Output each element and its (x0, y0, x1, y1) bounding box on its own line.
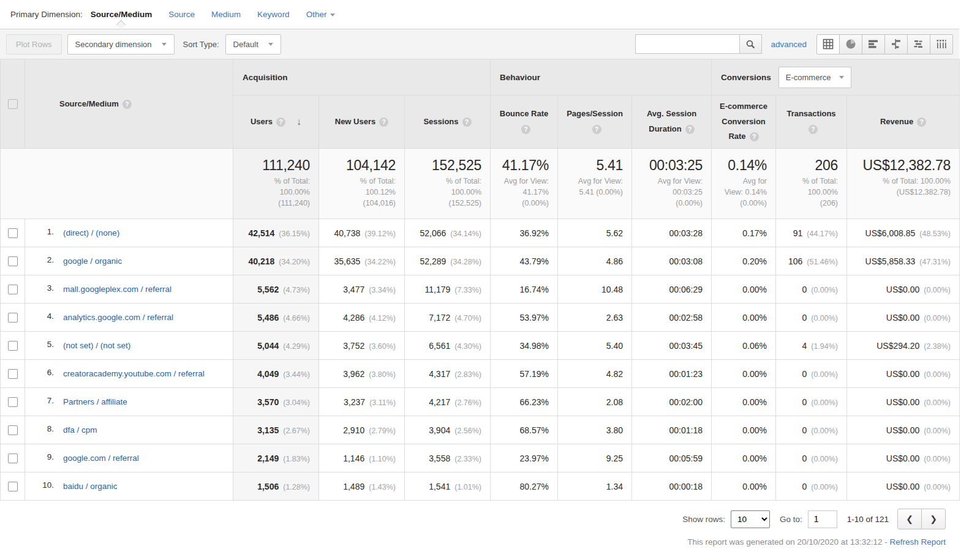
transactions-cell: 0(0.00%) (776, 472, 847, 501)
sessions-cell: 4,317(2.83%) (405, 360, 491, 388)
source-medium-cell: 7.Partners / affiliate (25, 388, 233, 416)
column-header-transactions[interactable]: Transactions? (776, 95, 847, 149)
row-checkbox[interactable] (8, 369, 18, 379)
performance-view-button[interactable] (862, 34, 885, 54)
chevron-down-icon (162, 43, 167, 46)
conversions-goal-dropdown[interactable]: E-commerce (778, 67, 852, 88)
next-page-button[interactable]: ❯ (921, 509, 946, 529)
source-medium-link[interactable]: creatoracademy.youtube.com / referral (63, 368, 205, 380)
help-icon[interactable]: ? (462, 118, 472, 127)
source-medium-link[interactable]: analytics.google.com / referral (63, 312, 173, 324)
pivot-view-button[interactable] (930, 34, 953, 54)
goto-page-input[interactable] (808, 510, 837, 528)
search-input[interactable] (635, 34, 739, 54)
secondary-dimension-dropdown[interactable]: Secondary dimension (67, 34, 175, 54)
previous-page-button[interactable]: ❮ (897, 509, 922, 529)
view-toggle-group (816, 34, 953, 54)
primary-dimension-other-dropdown[interactable]: Other (306, 10, 336, 19)
help-icon[interactable]: ? (685, 125, 695, 134)
primary-dimension-selected-tab[interactable]: Source/Medium (91, 10, 153, 19)
primary-dimension-selected-label: Source/Medium (91, 10, 153, 19)
row-checkbox[interactable] (8, 425, 18, 435)
help-icon[interactable]: ? (521, 125, 530, 134)
source-medium-link[interactable]: mall.googleplex.com / referral (63, 283, 172, 296)
help-icon[interactable]: ? (809, 125, 818, 134)
source-medium-cell: 10.baidu / organic (25, 472, 233, 501)
pages-session-cell: 5.62 (558, 219, 632, 247)
source-medium-link[interactable]: (direct) / (none) (63, 227, 119, 239)
avg-duration-cell: 00:00:18 (632, 472, 712, 501)
show-rows-select[interactable]: 10 (731, 510, 770, 528)
source-medium-link[interactable]: (not set) / (not set) (63, 340, 130, 352)
help-icon[interactable]: ? (123, 100, 132, 109)
column-header-revenue[interactable]: Revenue? (847, 95, 960, 149)
bounce-rate-cell: 34.98% (491, 332, 558, 360)
source-medium-cell: 5.(not set) / (not set) (25, 332, 233, 360)
table-row: 1.(direct) / (none) 42,514(36.15%) 40,73… (1, 219, 960, 247)
conversion-rate-cell: 0.00% (712, 304, 776, 332)
column-header-users[interactable]: Users?↓ (233, 95, 319, 149)
source-medium-link[interactable]: Partners / affiliate (63, 396, 127, 408)
users-cell: 3,135(2.67%) (233, 416, 319, 444)
advanced-search-link[interactable]: advanced (771, 40, 807, 49)
primary-dimension-option-source[interactable]: Source (168, 10, 195, 19)
search-button[interactable] (739, 34, 762, 54)
primary-dimension-option-keyword[interactable]: Keyword (257, 10, 290, 19)
column-header-pages-session[interactable]: Pages/Session? (558, 95, 632, 149)
bounce-rate-cell: 66.23% (491, 388, 558, 416)
help-icon[interactable]: ? (276, 118, 285, 127)
revenue-cell: US$5,858.33(47.31%) (847, 247, 960, 275)
select-all-checkbox[interactable] (8, 99, 18, 109)
row-checkbox[interactable] (8, 256, 18, 266)
sessions-cell: 11,179(7.33%) (405, 275, 491, 304)
column-header-sessions[interactable]: Sessions? (405, 95, 491, 149)
avg-duration-cell: 00:03:28 (632, 219, 712, 247)
refresh-report-link[interactable]: Refresh Report (889, 537, 946, 547)
row-checkbox-cell (1, 304, 25, 332)
percentage-view-button[interactable] (839, 34, 862, 54)
source-medium-link[interactable]: baidu / organic (63, 480, 118, 493)
group-header-row: Source/Medium? Acquisition Behaviour Con… (1, 59, 960, 95)
column-header-bounce-rate[interactable]: Bounce Rate? (491, 95, 558, 149)
dimension-column-header[interactable]: Source/Medium? (25, 59, 233, 149)
row-checkbox[interactable] (8, 341, 18, 351)
row-checkbox-cell (1, 360, 25, 388)
conversion-rate-cell: 0.00% (712, 360, 776, 388)
conversion-rate-cell: 0.00% (712, 275, 776, 304)
source-medium-link[interactable]: google.com / referral (63, 452, 139, 465)
column-header-ecommerce-conversion-rate[interactable]: E-commerce Conversion Rate? (712, 95, 776, 149)
transactions-cell: 0(0.00%) (776, 444, 847, 472)
data-table-view-button[interactable] (816, 34, 840, 54)
comparison-view-button[interactable] (884, 34, 908, 54)
primary-dimension-label: Primary Dimension: (10, 10, 83, 19)
new-users-cell: 1,489(1.43%) (319, 472, 405, 501)
bounce-rate-cell: 57.19% (491, 360, 558, 388)
revenue-cell: US$294.20(2.38%) (847, 332, 960, 360)
row-checkbox-cell (1, 472, 25, 501)
row-checkbox[interactable] (8, 228, 18, 238)
pages-session-cell: 10.48 (558, 275, 632, 304)
source-medium-link[interactable]: dfa / cpm (63, 424, 97, 436)
term-cloud-view-button[interactable] (907, 34, 930, 54)
source-medium-cell: 4.analytics.google.com / referral (25, 304, 233, 332)
revenue-cell: US$0.00(0.00%) (847, 388, 960, 416)
row-checkbox[interactable] (8, 397, 18, 407)
users-cell: 4,049(3.44%) (233, 360, 319, 388)
source-medium-link[interactable]: google / organic (63, 255, 122, 267)
column-header-avg-session-duration[interactable]: Avg. Session Duration? (632, 95, 712, 149)
primary-dimension-option-medium[interactable]: Medium (211, 10, 241, 19)
row-checkbox[interactable] (8, 454, 18, 463)
row-index: 3. (25, 283, 63, 293)
help-icon[interactable]: ? (592, 125, 601, 134)
sort-type-dropdown[interactable]: Default (225, 34, 281, 54)
row-checkbox[interactable] (8, 313, 18, 323)
row-checkbox[interactable] (8, 285, 18, 294)
help-icon[interactable]: ? (917, 118, 926, 127)
help-icon[interactable]: ? (379, 118, 388, 127)
plot-rows-button[interactable]: Plot Rows (6, 34, 62, 54)
new-users-cell: 2,910(2.79%) (319, 416, 405, 444)
row-checkbox[interactable] (8, 482, 18, 491)
new-users-cell: 4,286(4.12%) (319, 304, 405, 332)
column-header-new-users[interactable]: New Users? (319, 95, 405, 149)
help-icon[interactable]: ? (750, 132, 759, 141)
